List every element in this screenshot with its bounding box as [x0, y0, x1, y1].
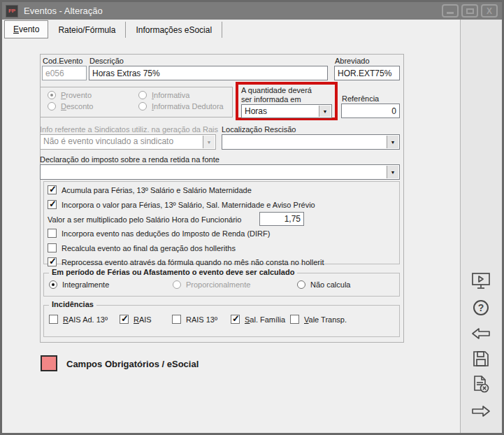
save-icon[interactable]	[470, 349, 491, 369]
abreviado-field[interactable]: HOR.EXT75%	[334, 66, 400, 80]
valor-multiplicado-label: Valor a ser multiplicado pelo Salário Ho…	[48, 215, 241, 224]
declaracao-ir-label: Declaração do imposto sobre a renda reti…	[40, 155, 219, 164]
recalcula-label: Recalcula evento ao final da geração dos…	[62, 244, 236, 252]
informativa-label: Informativa	[152, 91, 189, 99]
incorpora-dirf-label: Incorpora evento nas deduções do Imposto…	[62, 229, 270, 238]
radio-provento[interactable]: Provento	[48, 91, 92, 99]
quantidade-label-line2: ser informada em	[241, 95, 301, 104]
informativa-dedutora-radio-icon	[138, 102, 147, 110]
recalcula-checkbox-icon	[48, 243, 57, 252]
tab-evento[interactable]: Evento	[4, 20, 48, 38]
close-icon: X	[487, 6, 492, 16]
checkbox-recalcula[interactable]: Recalcula evento ao final da geração dos…	[48, 243, 236, 252]
incidencias-group-title: Incidências	[49, 300, 96, 308]
vale-transp-label: Vale Transp.	[304, 315, 347, 324]
referencia-label: Referência	[342, 94, 379, 103]
rais-checkbox-icon	[120, 315, 129, 324]
checkbox-acumula[interactable]: Acumula para Férias, 13º Salário e Salár…	[48, 185, 252, 194]
rais13-checkbox-icon	[172, 315, 181, 324]
checkbox-vale-transp[interactable]: Vale Transp.	[290, 315, 347, 324]
quantidade-dropdown[interactable]: Horas ▼	[241, 104, 332, 118]
cod-evento-label: Cod.Evento	[43, 57, 82, 65]
dropdown-arrow-icon: ▼	[203, 136, 215, 148]
checkbox-reprocessa[interactable]: Reprocessa evento através da fórmula qua…	[48, 257, 324, 266]
provento-label: Provento	[61, 91, 92, 99]
integralmente-radio-icon	[49, 280, 57, 289]
informativa-radio-icon	[138, 91, 147, 99]
rais-ad13-checkbox-icon	[49, 315, 58, 324]
question-mark-icon	[473, 300, 489, 315]
reprocessa-label: Reprocessa evento através da fórmula qua…	[62, 258, 324, 266]
declaracao-ir-dropdown[interactable]: ▼	[40, 164, 400, 180]
valor-multiplicado-field[interactable]: 1,75	[259, 212, 304, 226]
document-delete-icon[interactable]	[470, 375, 491, 394]
radio-informativa[interactable]: Informativa	[138, 91, 189, 99]
arrow-left-icon[interactable]	[470, 324, 491, 343]
descricao-field[interactable]: Horas Extras 75%	[89, 66, 328, 80]
incorpora-dirf-checkbox-icon	[48, 229, 57, 238]
informativa-dedutora-label: Informativa Dedutora	[152, 102, 224, 110]
radio-nao-calcula[interactable]: Não calcula	[297, 280, 350, 289]
sindicato-value: Não é evento vinculado a sindicato	[43, 136, 201, 146]
checkbox-incorpora-dirf[interactable]: Incorpora evento nas deduções do Imposto…	[48, 229, 270, 238]
radio-desconto[interactable]: Desconto	[48, 102, 93, 110]
referencia-field[interactable]: 0	[341, 104, 400, 118]
provento-radio-icon	[48, 91, 56, 99]
desconto-label: Desconto	[61, 102, 93, 110]
quantidade-label-line1: A quantidade deverá	[241, 86, 312, 94]
sindicato-label: Info referente a Sindicatos utiliz. na g…	[40, 125, 218, 134]
minimize-button[interactable]	[442, 4, 459, 17]
proporcionalmente-radio-icon	[173, 280, 181, 289]
help-icon[interactable]	[470, 298, 491, 318]
cod-evento-field[interactable]: e056	[42, 66, 87, 80]
radio-informativa-dedutora[interactable]: Informativa Dedutora	[138, 102, 224, 110]
radio-proporcionalmente: Proporcionalmente	[173, 280, 250, 289]
required-color-swatch	[41, 355, 57, 371]
localizacao-rescisao-dropdown[interactable]: ▼	[222, 134, 400, 150]
rais-label: RAIS	[134, 315, 152, 324]
toolbar-sidebar	[460, 20, 502, 433]
title-bar: FP Eventos - Alteração X	[2, 2, 502, 20]
descricao-label: Descrição	[89, 57, 124, 65]
dropdown-arrow-icon[interactable]: ▼	[319, 106, 331, 117]
tab-informacoes-esocial[interactable]: Informações eSocial	[126, 22, 222, 38]
maximize-button[interactable]	[461, 4, 478, 17]
acumula-checkbox-icon	[48, 185, 57, 194]
localizacao-rescisao-label: Localização Rescisão	[222, 125, 296, 134]
tab-strip: Evento Rateio/Fórmula Informações eSocia…	[4, 20, 222, 38]
radio-integralmente[interactable]: Integralmente	[49, 280, 109, 289]
arrow-right-icon[interactable]	[470, 401, 491, 421]
acumula-label: Acumula para Férias, 13º Salário e Salár…	[62, 186, 252, 194]
checkbox-sal-familia[interactable]: Sal. Família	[231, 315, 285, 324]
rais13-label: RAIS 13º	[186, 315, 217, 324]
checkbox-rais[interactable]: RAIS	[120, 315, 152, 324]
checkbox-rais-ad13[interactable]: RAIS Ad. 13º	[49, 315, 108, 324]
monitor-play-icon[interactable]	[470, 271, 491, 291]
quantidade-value: Horas	[245, 106, 317, 116]
checkbox-rais13[interactable]: RAIS 13º	[172, 315, 217, 324]
ferias-group-title: Em período de Férias ou Afastamento o ev…	[49, 268, 297, 276]
rais-ad13-label: RAIS Ad. 13º	[63, 315, 108, 324]
minimize-icon	[447, 12, 454, 14]
window-title: Eventos - Alteração	[24, 6, 103, 16]
nao-calcula-label: Não calcula	[310, 280, 350, 289]
nao-calcula-radio-icon	[297, 280, 305, 289]
checkbox-incorpora-valor[interactable]: Incorpora o valor para Férias, 13º Salár…	[48, 200, 315, 209]
tab-rateio-formula[interactable]: Rateio/Fórmula	[48, 22, 126, 38]
dropdown-arrow-icon[interactable]: ▼	[387, 166, 398, 178]
dropdown-arrow-icon[interactable]: ▼	[387, 136, 398, 148]
abreviado-label: Abreviado	[335, 57, 370, 65]
sal-familia-checkbox-icon	[231, 315, 240, 324]
app-fp-icon: FP	[6, 5, 18, 17]
quantidade-label: A quantidade deverá ser informada em	[241, 86, 312, 104]
required-legend-text: Campos Obrigatórios / eSocial	[66, 359, 199, 369]
sindicato-dropdown: Não é evento vinculado a sindicato ▼	[40, 134, 216, 150]
proporcionalmente-label: Proporcionalmente	[186, 280, 250, 289]
reprocessa-checkbox-icon	[48, 257, 57, 266]
incorpora-valor-checkbox-icon	[48, 200, 57, 209]
sal-familia-label: Sal. Família	[245, 315, 285, 324]
incorpora-valor-label: Incorpora o valor para Férias, 13º Salár…	[62, 201, 315, 209]
close-button[interactable]: X	[481, 4, 498, 17]
vale-transp-checkbox-icon	[290, 315, 299, 324]
integralmente-label: Integralmente	[62, 280, 109, 289]
